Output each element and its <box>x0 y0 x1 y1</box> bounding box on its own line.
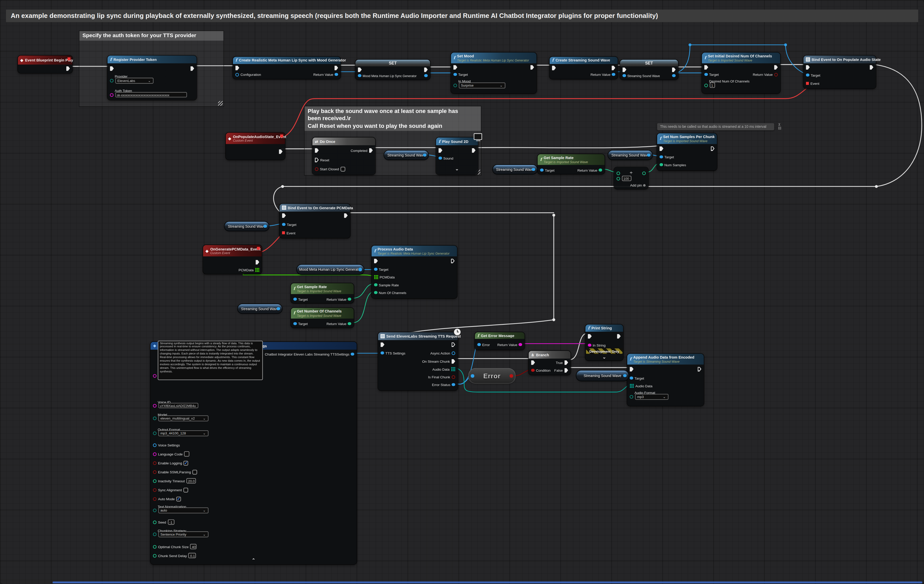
pin-execF[interactable] <box>282 213 286 218</box>
pin-boolH[interactable] <box>153 488 157 491</box>
node-header[interactable]: SET <box>620 60 678 66</box>
pin-numF[interactable] <box>348 298 351 301</box>
node-header[interactable]: fCreate Streaming Sound Wave <box>550 57 618 64</box>
pin-objF[interactable] <box>335 73 338 76</box>
value-box[interactable] <box>184 451 190 457</box>
do-once-node[interactable]: ⇄Do OnceCompletedResetStart Closed <box>312 137 375 175</box>
pill-mood-generator[interactable]: Mood Meta Human Lip Sync Generator <box>297 265 364 274</box>
pin-objF[interactable] <box>452 383 455 386</box>
pill-ssw-e[interactable]: Streaming Sound Wave <box>238 304 282 313</box>
create-streaming-sound-wave-node[interactable]: fCreate Streaming Sound WaveReturn Value <box>550 57 618 79</box>
graph-canvas[interactable]: An example demonstrating lip sync during… <box>0 0 924 584</box>
pin-execF[interactable] <box>564 368 568 373</box>
pin-delF[interactable] <box>282 231 285 234</box>
pin-strF[interactable] <box>588 344 591 347</box>
pin-boolH[interactable] <box>153 461 157 465</box>
get-error-message-node[interactable]: fGet Error MessageErrorReturn Value <box>475 332 525 350</box>
get-sample-rate-2-node[interactable]: fGet Sample RateTarget is Imported Sound… <box>291 283 353 303</box>
set-mood-generator-var-node[interactable]: SETMood Meta Human Lip Sync Generator <box>355 60 430 79</box>
pin-objF[interactable] <box>647 154 650 157</box>
node-header[interactable]: fGet Error Message <box>475 332 525 339</box>
pin-strH[interactable] <box>153 404 157 407</box>
expand-collapse-chevron[interactable]: ⌄ <box>586 356 623 359</box>
pin-strH[interactable] <box>153 374 157 377</box>
pin-numH[interactable] <box>153 545 157 548</box>
pill-ssw-b[interactable]: Streaming Sound Wave <box>493 165 537 174</box>
pin-execH[interactable] <box>711 146 714 151</box>
node-header[interactable]: SET <box>355 60 430 66</box>
checkbox[interactable]: ✓ <box>176 496 181 501</box>
node-header[interactable]: fSet Initial Desired Num Of ChannelsTarg… <box>702 53 780 63</box>
bind-event-populate-audio-state-node[interactable]: Bind Event to On Populate Audio StateTar… <box>804 56 876 88</box>
node-header[interactable]: fProcess Audio DataTarget is Realistic M… <box>371 246 457 256</box>
pin-enumH[interactable] <box>153 416 157 420</box>
play-sound-2d-node[interactable]: fPlay Sound 2DSound⌄ <box>436 137 478 175</box>
node-header[interactable]: fCreate Realistic Meta Human Lip Sync wi… <box>233 57 340 64</box>
node-header[interactable]: fAppend Audio Data from EncodedTarget is… <box>627 354 704 364</box>
create-realistic-lipsync-node[interactable]: fCreate Realistic Meta Human Lip Sync wi… <box>233 57 340 79</box>
pin-gridG[interactable] <box>255 268 259 272</box>
checkbox[interactable] <box>340 167 345 171</box>
get-number-of-channels-node[interactable]: fGet Number Of ChannelsTarget is Importe… <box>291 308 353 328</box>
event-begin-play-node[interactable]: ◈Event Blueprint Begin Play <box>18 56 72 73</box>
on-generate-pcmdata-event-node[interactable]: ◈OnGeneratePCMData_EventCustom EventPCMD… <box>203 245 262 274</box>
pin-execF[interactable] <box>705 65 708 69</box>
node-header[interactable]: ◈Event Blueprint Begin Play <box>18 56 72 65</box>
dropdown[interactable]: ElevenLabs⌄ <box>115 77 153 83</box>
pin-boolF[interactable] <box>531 369 534 372</box>
dropdown[interactable]: auto⌄ <box>158 507 208 513</box>
pin-objF[interactable] <box>424 74 428 77</box>
pin-execF[interactable] <box>334 65 338 70</box>
pin-boolH[interactable] <box>153 497 157 501</box>
pin-objF[interactable] <box>294 322 297 325</box>
delegate-pin[interactable] <box>257 247 260 250</box>
bind-event-generate-pcmdata-node[interactable]: Bind Event to On Generate PCMDataTargetE… <box>280 204 350 238</box>
make-chatbot-tts-settings-node[interactable]: ❖Make Chatbot Integrator Eleven Labs Str… <box>150 342 356 564</box>
pin-objF[interactable] <box>358 74 361 77</box>
pin-boolH[interactable] <box>452 375 455 379</box>
register-provider-token-node[interactable]: fRegister Provider TokenProviderElevenLa… <box>107 56 196 100</box>
pin-strH[interactable] <box>153 452 157 456</box>
pill-ssw-d[interactable]: Streaming Sound Wave <box>224 222 269 231</box>
divide-node-node[interactable]: ÷100Add pin ⊕ <box>614 167 648 189</box>
node-header[interactable]: ◈OnGeneratePCMData_EventCustom Event <box>203 245 262 256</box>
pin-execF[interactable] <box>870 65 873 69</box>
pin-execH[interactable] <box>451 342 455 347</box>
get-sample-rate-1-node[interactable]: fGet Sample RateTarget is Imported Sound… <box>538 154 604 174</box>
value-box[interactable]: 40 <box>190 544 197 549</box>
node-header[interactable]: fGet Number Of ChannelsTarget is Importe… <box>291 308 353 319</box>
dropdown[interactable]: Sentence Priority⌄ <box>158 531 208 537</box>
pin-execF[interactable] <box>530 65 534 69</box>
node-header[interactable]: fGet Sample RateTarget is Imported Sound… <box>538 154 604 165</box>
pin-boolH[interactable] <box>153 470 157 473</box>
pin-numH[interactable] <box>705 83 708 87</box>
pin-objH[interactable] <box>235 73 239 76</box>
pin-execF[interactable] <box>774 65 778 69</box>
checkbox[interactable] <box>193 470 197 474</box>
pin-execF[interactable] <box>424 67 427 72</box>
process-audio-data-node[interactable]: fProcess Audio DataTarget is Realistic M… <box>371 246 457 298</box>
on-populate-audio-state-event-node[interactable]: ◈OnPopulateAudioState_EventCustom Event <box>226 133 285 160</box>
branch-node[interactable]: ⋔BranchTrueConditionFalse <box>529 351 571 375</box>
pin-objF[interactable] <box>439 157 442 160</box>
resize-handle[interactable] <box>218 101 223 106</box>
node-header[interactable]: fSet Num Samples Per ChunkTarget is Impo… <box>657 133 717 144</box>
pin-execF[interactable] <box>622 67 626 72</box>
pin-numF[interactable] <box>374 283 377 286</box>
pin-objH[interactable] <box>153 443 157 447</box>
horizontal-scrollbar[interactable] <box>53 582 922 583</box>
value-box[interactable]: 100 <box>622 176 631 181</box>
pin-enumH[interactable] <box>454 83 457 87</box>
pin-objF[interactable] <box>624 374 627 377</box>
delegate-pin[interactable] <box>280 134 283 137</box>
print-string-node[interactable]: fPrint StringIn StringDevelopment Only⌄ <box>586 324 623 361</box>
pin-numH[interactable] <box>617 177 620 180</box>
text-input[interactable]: sk-xxxxxxxxxxxxxxxxxxxxxxxxxxxxxx <box>115 92 186 98</box>
pin-numH[interactable] <box>153 479 157 483</box>
pin-enumH[interactable] <box>110 79 114 82</box>
pin-enumH[interactable] <box>153 532 157 536</box>
pin-execF[interactable] <box>110 66 114 71</box>
node-header[interactable]: fPrint String <box>586 324 623 332</box>
set-mood-node[interactable]: fSet MoodTarget is Realistic Meta Human … <box>451 53 536 93</box>
pin-objF[interactable] <box>359 268 362 271</box>
